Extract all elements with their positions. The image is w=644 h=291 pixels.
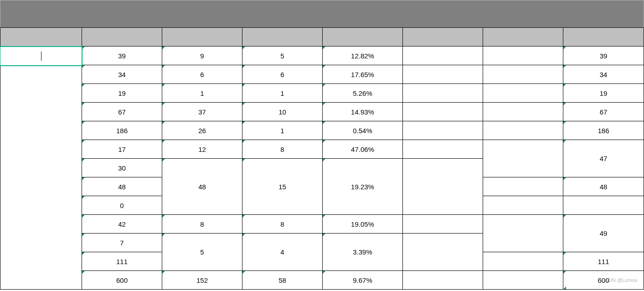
cell[interactable] [403, 103, 483, 121]
cell-col-b[interactable]: 0 [82, 196, 162, 215]
header-cell[interactable] [82, 28, 162, 47]
cell-col-b[interactable]: 600 [82, 271, 162, 290]
cell-col-h-merged[interactable]: 49 [563, 215, 644, 252]
cell[interactable] [483, 47, 563, 65]
cell-col-h[interactable]: 111 [563, 252, 644, 271]
cell-col-b[interactable]: 17 [82, 140, 162, 159]
cell-merged[interactable] [483, 215, 563, 252]
cell[interactable]: 10 [242, 103, 323, 121]
cell-col-h[interactable]: 48 [563, 177, 644, 196]
cell-col-a-merged[interactable] [0, 65, 82, 290]
cell[interactable]: 19.05% [323, 215, 403, 234]
cell[interactable] [483, 252, 563, 271]
cell[interactable] [403, 140, 483, 159]
cell[interactable] [483, 103, 563, 121]
cell-col-h[interactable]: 186 [563, 121, 644, 140]
cell-col-h-merged[interactable]: 47 [563, 140, 644, 177]
cell-col-h[interactable] [563, 196, 644, 215]
spreadsheet-sheet: 3934196718617304804271116004859613726128… [0, 0, 644, 291]
header-cell[interactable] [323, 28, 403, 47]
cell[interactable]: 5.26% [323, 84, 403, 103]
cell[interactable]: 12 [162, 140, 242, 159]
cell-merged[interactable]: 4 [242, 234, 323, 271]
cell[interactable] [483, 271, 563, 290]
cell-col-h[interactable]: 67 [563, 103, 644, 121]
cell[interactable]: 26 [162, 121, 242, 140]
cell[interactable]: 1 [162, 84, 242, 103]
cell-col-h[interactable]: 19 [563, 84, 644, 103]
cell-value: 1 [280, 127, 284, 134]
cell-merged[interactable]: 15 [242, 159, 323, 215]
cell[interactable]: 58 [242, 271, 323, 290]
cell[interactable] [403, 215, 483, 234]
cell-col-b[interactable]: 67 [82, 103, 162, 121]
cell-col-b[interactable]: 30 [82, 159, 162, 177]
header-cell[interactable] [483, 28, 563, 47]
cell[interactable]: 152 [162, 271, 242, 290]
cell[interactable]: 5 [242, 47, 323, 65]
active-cell[interactable] [0, 47, 82, 66]
header-cell[interactable] [162, 28, 242, 47]
cell[interactable]: 0.54% [323, 121, 403, 140]
cell[interactable] [483, 196, 563, 215]
cell-merged[interactable]: 48 [162, 159, 242, 215]
data-grid: 3934196718617304804271116004859613726128… [0, 47, 644, 291]
cell-col-h[interactable]: 600 [563, 271, 644, 290]
cell-col-b[interactable]: 19 [82, 84, 162, 103]
cell[interactable]: 12.82% [323, 47, 403, 65]
cell[interactable]: 8 [242, 215, 323, 234]
cell-merged[interactable]: 3.39% [323, 234, 403, 271]
cell-value: 4 [280, 249, 284, 255]
cell-col-b[interactable]: 48 [82, 177, 162, 196]
cell[interactable] [483, 65, 563, 84]
cell[interactable] [403, 271, 483, 290]
cell[interactable] [403, 47, 483, 65]
cell-value: 12.82% [351, 52, 374, 59]
header-cell[interactable] [403, 28, 483, 47]
cell-value: 48 [118, 183, 126, 190]
cell-merged[interactable]: 19.23% [323, 159, 403, 215]
cell-value: 8 [200, 221, 204, 228]
cell[interactable]: 37 [162, 103, 242, 121]
cell-merged[interactable] [483, 140, 563, 177]
cell[interactable] [403, 84, 483, 103]
cell[interactable] [403, 121, 483, 140]
cell-merged[interactable]: 5 [162, 234, 242, 271]
cell[interactable]: 8 [162, 215, 242, 234]
cell[interactable]: 8 [242, 140, 323, 159]
header-cell[interactable] [0, 28, 82, 47]
cell-col-b[interactable]: 7 [82, 234, 162, 252]
cell-col-h[interactable]: 39 [563, 47, 644, 65]
cell[interactable]: 1 [242, 121, 323, 140]
cell[interactable]: 6 [242, 65, 323, 84]
cell-merged[interactable] [403, 234, 483, 271]
cell[interactable]: 9 [162, 47, 242, 65]
cell[interactable]: 47.06% [323, 140, 403, 159]
header-cell[interactable] [242, 28, 323, 47]
cell-col-b[interactable]: 111 [82, 252, 162, 271]
cell[interactable] [483, 177, 563, 196]
cell-value: 1 [280, 90, 284, 97]
cell[interactable] [483, 121, 563, 140]
cell-col-b[interactable]: 186 [82, 121, 162, 140]
cell[interactable]: 1 [242, 84, 323, 103]
merged-title-row[interactable] [0, 0, 644, 28]
cell-value: 5 [200, 249, 204, 255]
cell[interactable] [403, 65, 483, 84]
cell-col-b[interactable]: 42 [82, 215, 162, 234]
cell-value: 600 [116, 277, 128, 284]
cell-value: 9.67% [353, 277, 372, 284]
cell[interactable]: 14.93% [323, 103, 403, 121]
cell-col-h[interactable]: 34 [563, 65, 644, 84]
cell-col-b[interactable]: 34 [82, 65, 162, 84]
cell[interactable]: 6 [162, 65, 242, 84]
cell[interactable]: 17.65% [323, 65, 403, 84]
cell[interactable]: 9.67% [323, 271, 403, 290]
cell-value: 111 [598, 258, 609, 265]
cell-value: 42 [118, 221, 126, 228]
header-cell[interactable] [563, 28, 644, 47]
cell[interactable] [483, 84, 563, 103]
cell-value: 12 [198, 146, 206, 153]
cell-col-b[interactable]: 39 [82, 47, 162, 65]
cell-merged[interactable] [403, 159, 483, 215]
